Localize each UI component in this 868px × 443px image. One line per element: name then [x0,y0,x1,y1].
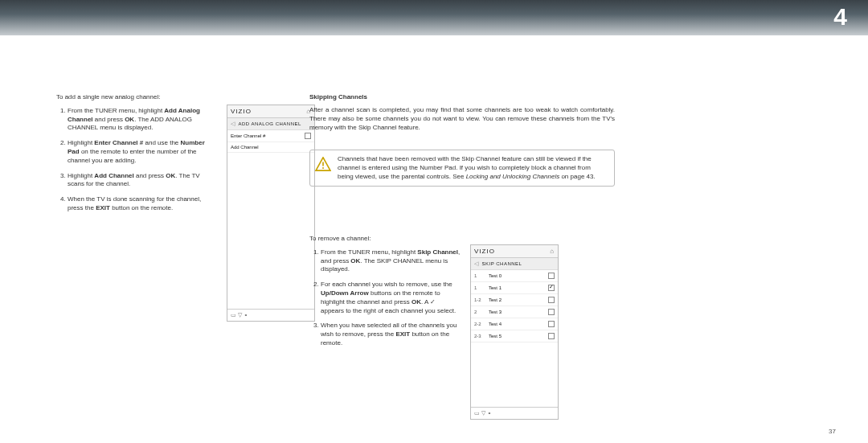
list-item: Highlight Add Channel and press OK. The … [68,172,217,190]
panel-header: VIZIO ⌂ [471,245,558,258]
channel-number: 1 [474,285,489,290]
brand-label: VIZIO [474,248,495,255]
list-item: Highlight Enter Channel # and use the Nu… [68,139,217,165]
panel-title-row: ◁ SKIP CHANNEL [471,258,558,270]
warning-icon [315,157,331,171]
brand-label: VIZIO [231,108,252,115]
home-icon: ⌂ [550,248,555,255]
checkbox-icon [548,321,555,327]
channel-number: 2-3 [474,334,489,338]
panel-title: ADD ANALOG CHANNEL [239,121,301,126]
warning-box: Channels that have been removed with the… [309,150,615,187]
svg-point-1 [322,167,324,169]
channel-number: 1 [474,273,489,278]
page-number: 37 [829,428,836,435]
table-row: 2-3Test 5 [471,330,558,343]
skip-channel-rows: 1Test 01Test 11-2Test 22Test 32-2Test 42… [471,270,558,343]
table-row: 1Test 0 [471,270,558,282]
channel-number: 1-2 [474,297,489,302]
add-channel-instructions: To add a single new analog channel: From… [56,93,217,219]
panel-title: SKIP CHANNEL [482,261,522,266]
list-item: When you have selected all of the channe… [321,322,461,347]
chapter-number: 4 [833,3,847,31]
table-row: 1Test 1 [471,282,558,294]
channel-number: 2-2 [474,322,489,326]
remove-channel-intro: To remove a channel: [309,235,461,244]
channel-name: Test 4 [489,322,548,326]
add-analog-channel-panel: VIZIO ⌂ ◁ ADD ANALOG CHANNEL Enter Chann… [227,105,315,322]
skipping-channels-heading: Skipping Channels [309,93,461,102]
panel-footer-keys: ▭ ▽ ⚬ [471,407,558,419]
remove-channel-steps: From the TUNER menu, highlight Skip Chan… [321,248,461,348]
checkbox-icon [548,309,555,315]
channel-name: Test 2 [489,297,548,302]
channel-name: Test 1 [489,285,548,290]
add-channel-intro: To add a single new analog channel: [56,93,217,102]
panel-row-enter-channel: Enter Channel # [227,130,314,142]
skipping-channels-heading-wrap: Skipping Channels [309,93,461,102]
input-box-icon [305,133,311,139]
list-item: When the TV is done scanning for the cha… [68,195,217,213]
checkbox-icon [548,273,555,279]
panel-header: VIZIO ⌂ [227,105,314,118]
list-item: From the TUNER menu, highlight Skip Chan… [321,248,461,274]
panel-title-row: ◁ ADD ANALOG CHANNEL [227,118,314,130]
checkbox-icon [548,285,555,291]
channel-name: Test 0 [489,273,548,278]
channel-name: Test 5 [489,334,548,338]
list-item: For each channel you wish to remove, use… [321,281,461,315]
panel-row-add-channel: Add Channel [227,142,314,153]
warning-callout: Channels that have been removed with the… [309,150,615,187]
remove-channel-instructions: To remove a channel: From the TUNER menu… [309,235,461,355]
panel-footer-keys: ▭ ▽ ⚬ [227,309,314,321]
channel-name: Test 3 [489,310,548,314]
checkbox-icon [548,333,555,339]
channel-number: 2 [474,310,489,314]
list-item: From the TUNER menu, highlight Add Analo… [68,107,217,133]
table-row: 2-2Test 4 [471,318,558,330]
chapter-header: 4 [0,0,868,35]
page-body: To add a single new analog channel: From… [0,35,868,443]
skip-channel-panel: VIZIO ⌂ ◁ SKIP CHANNEL 1Test 01Test 11-2… [470,244,559,420]
back-icon: ◁ [474,260,479,267]
back-icon: ◁ [231,121,235,127]
add-channel-steps: From the TUNER menu, highlight Add Analo… [68,107,217,213]
skipping-channels-intro: After a channel scan is completed, you m… [309,106,615,132]
table-row: 2Test 3 [471,306,558,318]
checkbox-icon [548,297,555,303]
table-row: 1-2Test 2 [471,294,558,306]
